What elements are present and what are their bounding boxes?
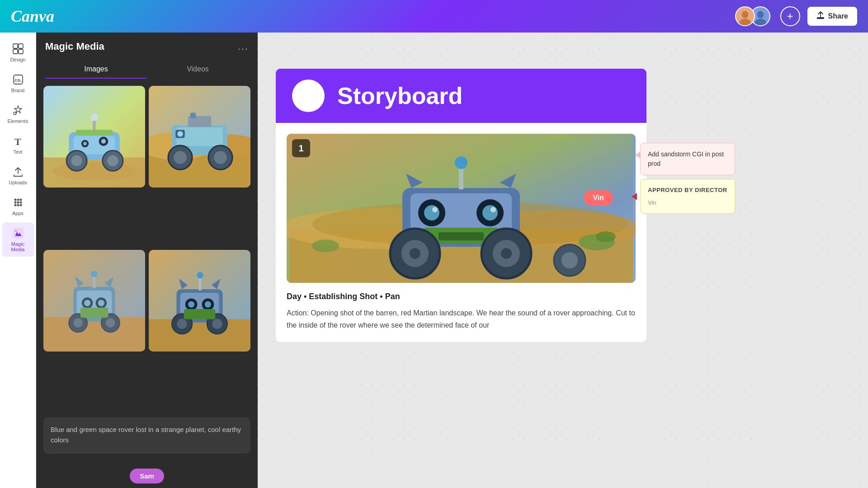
storyboard-container: Storyboard bbox=[276, 69, 646, 342]
storyboard-header: Storyboard bbox=[276, 69, 646, 123]
svg-rect-9 bbox=[19, 49, 23, 54]
svg-point-79 bbox=[188, 301, 194, 308]
sidebar-apps-label: Apps bbox=[12, 211, 24, 216]
header: Canva + Share bbox=[0, 0, 868, 33]
sidebar-elements-label: Elements bbox=[8, 118, 28, 124]
panel-tabs: Images Videos bbox=[36, 61, 258, 79]
svg-point-101 bbox=[424, 205, 439, 221]
image-item-4[interactable] bbox=[149, 250, 250, 352]
storyboard-title: Storyboard bbox=[337, 82, 462, 109]
storyboard-logo bbox=[292, 80, 325, 112]
sidebar-item-magic-media[interactable]: Magic Media bbox=[2, 222, 34, 257]
svg-point-24 bbox=[15, 230, 17, 232]
svg-rect-7 bbox=[19, 44, 23, 48]
svg-point-103 bbox=[482, 205, 498, 221]
svg-point-19 bbox=[19, 202, 22, 204]
annotation-vin-name: Vin bbox=[648, 198, 727, 207]
svg-point-115 bbox=[561, 252, 578, 268]
image-item-2[interactable] bbox=[149, 86, 250, 188]
svg-point-33 bbox=[107, 155, 118, 166]
add-collaborator-button[interactable]: + bbox=[780, 6, 800, 26]
svg-point-15 bbox=[17, 199, 19, 201]
images-grid bbox=[36, 86, 258, 410]
svg-rect-40 bbox=[76, 130, 113, 135]
uploads-icon bbox=[12, 165, 24, 178]
svg-point-31 bbox=[71, 155, 82, 166]
share-icon bbox=[816, 11, 825, 21]
canvas-area[interactable]: Storyboard bbox=[258, 33, 868, 488]
elements-icon bbox=[12, 104, 24, 117]
svg-point-22 bbox=[19, 204, 22, 206]
magic-media-icon bbox=[12, 227, 24, 239]
svg-point-20 bbox=[14, 204, 16, 206]
panel-header: Magic Media ... bbox=[36, 33, 258, 61]
sidebar-item-design[interactable]: Design bbox=[2, 38, 34, 67]
svg-point-105 bbox=[491, 207, 496, 212]
tab-videos[interactable]: Videos bbox=[147, 61, 249, 79]
svg-point-12 bbox=[14, 112, 16, 115]
header-actions: + Share bbox=[735, 6, 857, 26]
svg-point-54 bbox=[177, 131, 183, 136]
sidebar: Design co. Brand Elements T Text Uploads bbox=[0, 33, 36, 488]
svg-point-85 bbox=[212, 319, 222, 329]
svg-point-21 bbox=[17, 204, 19, 206]
svg-point-37 bbox=[83, 142, 87, 145]
panel-title: Magic Media bbox=[45, 41, 104, 52]
svg-point-110 bbox=[410, 248, 420, 259]
share-label: Share bbox=[828, 12, 848, 20]
svg-rect-23 bbox=[12, 228, 23, 239]
svg-rect-27 bbox=[43, 158, 145, 188]
svg-rect-6 bbox=[13, 44, 18, 48]
brand-icon: co. bbox=[12, 73, 24, 86]
main-layout: Design co. Brand Elements T Text Uploads bbox=[0, 33, 868, 488]
svg-point-17 bbox=[14, 202, 16, 204]
tab-images[interactable]: Images bbox=[45, 61, 147, 79]
image-item-1[interactable] bbox=[43, 86, 145, 188]
annotation-approved: APPROVED BY DIRECTOR Vin bbox=[640, 179, 735, 214]
sidebar-text-label: Text bbox=[13, 149, 22, 155]
design-icon bbox=[12, 42, 24, 55]
svg-text:T: T bbox=[14, 136, 21, 147]
main-shot-image: 1 Vin bbox=[287, 134, 636, 283]
shot-description: Action: Opening shot of the barren, red … bbox=[287, 307, 636, 331]
sidebar-item-apps[interactable]: Apps bbox=[2, 192, 34, 221]
annotation-sandstorm-text: Add sandstorm CGI in post prod bbox=[648, 150, 724, 167]
svg-point-88 bbox=[197, 272, 203, 278]
annotation-approved-title: APPROVED BY DIRECTOR bbox=[648, 186, 727, 195]
sidebar-item-text[interactable]: T Text bbox=[2, 130, 34, 159]
prompt-text: Blue and green space rover lost in a str… bbox=[51, 425, 243, 445]
svg-rect-73 bbox=[149, 319, 250, 352]
sam-collaborator-label: Sam bbox=[130, 469, 164, 483]
prompt-area[interactable]: Blue and green space rover lost in a str… bbox=[43, 418, 250, 454]
sidebar-item-brand[interactable]: co. Brand bbox=[2, 69, 34, 98]
sidebar-design-label: Design bbox=[10, 57, 25, 62]
sidebar-magic-media-label: Magic Media bbox=[6, 241, 30, 252]
svg-point-18 bbox=[17, 202, 19, 204]
magic-media-panel: Magic Media ... Images Videos bbox=[36, 33, 258, 488]
svg-point-90 bbox=[306, 87, 320, 105]
svg-point-120 bbox=[312, 239, 339, 252]
sidebar-uploads-label: Uploads bbox=[9, 180, 27, 185]
annotation-sandstorm: Add sandstorm CGI in post prod bbox=[640, 143, 735, 175]
sidebar-item-elements[interactable]: Elements bbox=[2, 99, 34, 128]
collaborator-avatars bbox=[735, 6, 770, 26]
svg-point-119 bbox=[596, 231, 616, 242]
sidebar-item-uploads[interactable]: Uploads bbox=[2, 161, 34, 190]
canva-logo: Canva bbox=[11, 7, 54, 26]
storyboard-card: 1 Vin Add sandstorm CGI in post prod APP… bbox=[276, 123, 646, 342]
shot-info-line: Day • Establishing Shot • Pan bbox=[287, 292, 636, 301]
apps-icon bbox=[12, 196, 24, 209]
svg-rect-107 bbox=[439, 232, 484, 240]
svg-rect-87 bbox=[198, 277, 201, 291]
svg-point-113 bbox=[501, 248, 512, 259]
image-item-3[interactable] bbox=[43, 250, 145, 352]
share-button[interactable]: Share bbox=[807, 7, 857, 26]
panel-more-button[interactable]: ... bbox=[238, 41, 249, 52]
svg-text:co.: co. bbox=[14, 77, 22, 83]
svg-point-104 bbox=[432, 207, 438, 212]
svg-rect-8 bbox=[13, 49, 18, 54]
svg-point-14 bbox=[14, 199, 16, 201]
svg-rect-48 bbox=[190, 113, 196, 118]
svg-point-81 bbox=[205, 301, 211, 308]
svg-point-39 bbox=[101, 139, 106, 144]
